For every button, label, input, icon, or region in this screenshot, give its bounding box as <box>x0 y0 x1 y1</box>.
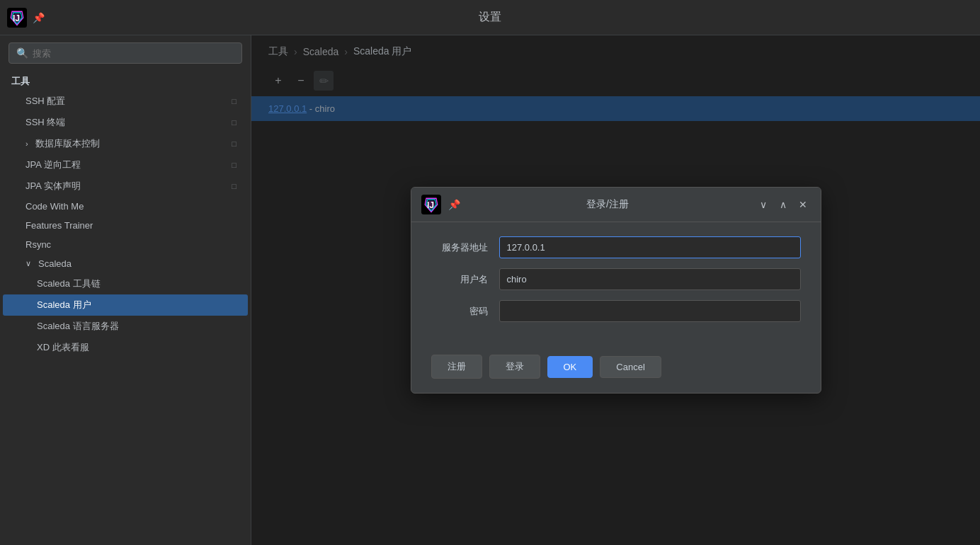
register-button[interactable]: 注册 <box>431 355 482 379</box>
dialog-maximize-button[interactable]: ∧ <box>775 197 791 212</box>
chevron-down-icon: ∨ <box>25 259 31 268</box>
sidebar-item-label: XD 此表看服 <box>37 341 89 354</box>
password-label: 密码 <box>431 305 488 318</box>
sidebar-item-jpa-entity[interactable]: JPA 实体声明 □ <box>3 176 248 197</box>
password-input[interactable] <box>499 300 801 322</box>
sidebar-item-label: JPA 逆向工程 <box>25 159 81 171</box>
username-input[interactable] <box>499 268 801 290</box>
ssh-config-badge: □ <box>232 97 237 105</box>
dialog-title: 登录/注册 <box>467 198 748 211</box>
cancel-button[interactable]: Cancel <box>600 356 661 378</box>
sidebar-item-scaleda-users[interactable]: Scaleda 用户 <box>3 294 248 316</box>
db-vc-badge: □ <box>232 139 237 148</box>
ok-button[interactable]: OK <box>547 356 593 378</box>
sidebar-item-features-trainer[interactable]: Features Trainer <box>3 216 248 235</box>
sidebar-item-ssh-terminal[interactable]: SSH 终端 □ <box>3 112 248 133</box>
sidebar-item-xd-placeholder[interactable]: XD 此表看服 <box>3 337 248 358</box>
sidebar-item-label: SSH 终端 <box>25 116 65 129</box>
chevron-right-icon: › <box>25 139 28 148</box>
sidebar-item-scaleda[interactable]: ∨ Scaleda <box>3 254 248 273</box>
sidebar-item-jpa-reverse[interactable]: JPA 逆向工程 □ <box>3 154 248 176</box>
sidebar-item-label: Scaleda 语言服务器 <box>37 320 119 333</box>
sidebar: 🔍 工具 SSH 配置 □ SSH 终端 □ › 数据库版本控制 <box>0 35 251 545</box>
password-row: 密码 <box>431 300 801 322</box>
sidebar-section-label: 工具 <box>0 71 251 91</box>
server-address-input[interactable] <box>499 236 801 258</box>
search-icon: 🔍 <box>16 47 28 59</box>
sidebar-item-rsync[interactable]: Rsync <box>3 235 248 254</box>
sidebar-item-scaleda-lang-server[interactable]: Scaleda 语言服务器 <box>3 316 248 337</box>
top-bar-left: IJ 📌 <box>7 8 45 28</box>
dialog-overlay: IJ 📌 登录/注册 ∨ ∧ ✕ 服务器地址 <box>251 35 980 545</box>
username-label: 用户名 <box>431 273 488 286</box>
dialog-minimize-button[interactable]: ∨ <box>756 197 771 212</box>
dialog-controls: ∨ ∧ ✕ <box>756 197 811 212</box>
sidebar-item-label: Features Trainer <box>25 220 93 231</box>
main-content: 工具 › Scaleda › Scaleda 用户 + − ✏ 127.0.0.… <box>251 35 980 545</box>
sidebar-item-label: SSH 配置 <box>25 95 65 108</box>
dialog-body: 服务器地址 用户名 密码 <box>411 222 821 346</box>
dialog-footer: 注册 登录 OK Cancel <box>411 346 821 393</box>
sidebar-item-ssh-config[interactable]: SSH 配置 □ <box>3 91 248 112</box>
main-layout: 🔍 工具 SSH 配置 □ SSH 终端 □ › 数据库版本控制 <box>0 35 980 545</box>
sidebar-item-label: Scaleda 用户 <box>37 299 91 311</box>
sidebar-item-label: Rsync <box>25 239 51 250</box>
jpa-reverse-badge: □ <box>232 161 237 169</box>
ssh-terminal-badge: □ <box>232 118 237 127</box>
search-box[interactable]: 🔍 <box>8 42 242 64</box>
svg-text:IJ: IJ <box>426 200 433 210</box>
dialog-app-logo: IJ <box>421 195 441 214</box>
top-bar: IJ 📌 设置 <box>0 0 980 35</box>
sidebar-items: SSH 配置 □ SSH 终端 □ › 数据库版本控制 □ JPA 逆向工 <box>0 91 251 545</box>
sidebar-item-label: Scaleda <box>38 258 72 269</box>
sidebar-item-label: JPA 实体声明 <box>25 180 81 193</box>
sidebar-item-scaleda-toolchain[interactable]: Scaleda 工具链 <box>3 273 248 294</box>
jpa-entity-badge: □ <box>232 182 237 190</box>
login-register-dialog: IJ 📌 登录/注册 ∨ ∧ ✕ 服务器地址 <box>411 187 821 394</box>
dialog-titlebar: IJ 📌 登录/注册 ∨ ∧ ✕ <box>411 188 821 222</box>
dialog-pin-icon[interactable]: 📌 <box>448 199 460 210</box>
server-address-row: 服务器地址 <box>431 236 801 258</box>
sidebar-item-label: 数据库版本控制 <box>35 137 100 150</box>
dialog-close-button[interactable]: ✕ <box>795 197 811 212</box>
pin-icon[interactable]: 📌 <box>33 12 45 23</box>
settings-title: 设置 <box>479 10 501 25</box>
sidebar-item-label: Scaleda 工具链 <box>37 277 101 290</box>
login-button[interactable]: 登录 <box>489 355 540 379</box>
server-address-label: 服务器地址 <box>431 241 488 254</box>
sidebar-item-code-with-me[interactable]: Code With Me <box>3 197 248 216</box>
sidebar-item-label: Code With Me <box>25 201 84 212</box>
search-input[interactable] <box>33 48 234 59</box>
svg-text:IJ: IJ <box>13 13 20 23</box>
sidebar-item-db-version-control[interactable]: › 数据库版本控制 □ <box>3 133 248 154</box>
app-logo: IJ <box>7 8 27 28</box>
username-row: 用户名 <box>431 268 801 290</box>
